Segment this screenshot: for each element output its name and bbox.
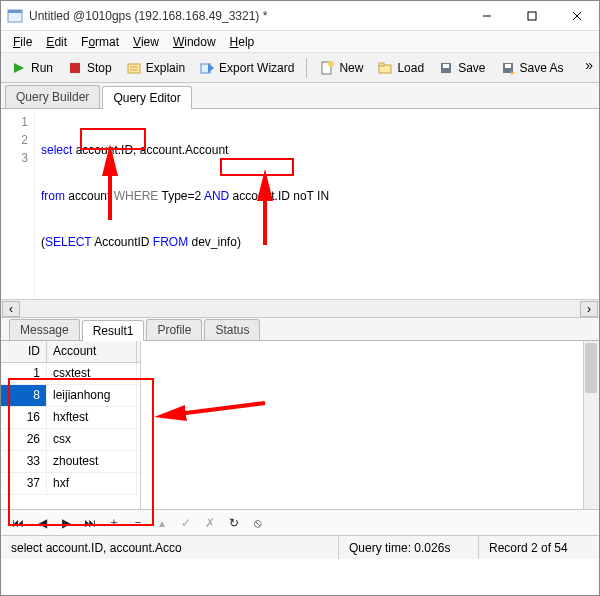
- saveas-button[interactable]: Save As: [494, 56, 570, 80]
- svg-marker-6: [14, 63, 24, 73]
- svg-rect-1: [8, 10, 22, 13]
- table-row[interactable]: 33zhoutest: [1, 451, 140, 473]
- table-row[interactable]: 37hxf: [1, 473, 140, 495]
- explain-button[interactable]: Explain: [120, 56, 191, 80]
- status-sql: select account.ID, account.Acco: [1, 536, 339, 559]
- scroll-right-icon[interactable]: ›: [580, 301, 598, 317]
- result-grid[interactable]: ID Account 1csxtest ▶8leijianhong 16hxft…: [1, 341, 141, 509]
- export-icon: [199, 60, 215, 76]
- nav-add-icon[interactable]: ＋: [105, 514, 123, 532]
- folder-icon: [377, 60, 393, 76]
- result-panel: ID Account 1csxtest ▶8leijianhong 16hxft…: [1, 341, 599, 509]
- scroll-left-icon[interactable]: ‹: [2, 301, 20, 317]
- menu-edit[interactable]: Edit: [40, 33, 73, 51]
- tab-query-editor[interactable]: Query Editor: [102, 86, 191, 109]
- status-query-time: Query time: 0.026s: [339, 536, 479, 559]
- load-button[interactable]: Load: [371, 56, 430, 80]
- export-wizard-button[interactable]: Export Wizard: [193, 56, 300, 80]
- toolbar: Run Stop Explain Export Wizard New Load …: [1, 53, 599, 83]
- toolbar-overflow-icon[interactable]: »: [585, 57, 593, 73]
- svg-point-14: [328, 61, 334, 67]
- minimize-button[interactable]: [464, 1, 509, 31]
- menu-format[interactable]: Format: [75, 33, 125, 51]
- editor-code[interactable]: select account.ID, account.Account from …: [35, 109, 599, 299]
- result-vscroll[interactable]: [583, 341, 599, 509]
- tab-status[interactable]: Status: [204, 319, 260, 340]
- tab-query-builder[interactable]: Query Builder: [5, 85, 100, 108]
- nav-stop-icon[interactable]: ⦸: [249, 514, 267, 532]
- play-icon: [11, 60, 27, 76]
- table-row[interactable]: 16hxftest: [1, 407, 140, 429]
- app-icon: [7, 8, 23, 24]
- query-tabs: Query Builder Query Editor: [1, 83, 599, 109]
- load-label: Load: [397, 61, 424, 75]
- export-label: Export Wizard: [219, 61, 294, 75]
- nav-post-icon[interactable]: ✓: [177, 514, 195, 532]
- nav-refresh-icon[interactable]: ↻: [225, 514, 243, 532]
- menubar: File Edit Format View Window Help: [1, 31, 599, 53]
- save-button[interactable]: Save: [432, 56, 491, 80]
- saveas-label: Save As: [520, 61, 564, 75]
- nav-cancel-icon[interactable]: ✗: [201, 514, 219, 532]
- svg-rect-3: [528, 12, 536, 20]
- run-label: Run: [31, 61, 53, 75]
- explain-icon: [126, 60, 142, 76]
- table-row[interactable]: 1csxtest: [1, 363, 140, 385]
- table-row[interactable]: ▶8leijianhong: [1, 385, 140, 407]
- svg-rect-7: [70, 63, 80, 73]
- nav-last-icon[interactable]: ⏭: [81, 514, 99, 532]
- titlebar: Untitled @1010gps (192.168.168.49_3321) …: [1, 1, 599, 31]
- svg-rect-8: [128, 64, 140, 73]
- stop-label: Stop: [87, 61, 112, 75]
- tab-profile[interactable]: Profile: [146, 319, 202, 340]
- new-icon: [319, 60, 335, 76]
- editor-hscroll[interactable]: ‹ ›: [1, 299, 599, 317]
- menu-help[interactable]: Help: [224, 33, 261, 51]
- new-button[interactable]: New: [313, 56, 369, 80]
- col-account[interactable]: Account: [47, 341, 137, 362]
- table-row[interactable]: 26csx: [1, 429, 140, 451]
- menu-file[interactable]: File: [7, 33, 38, 51]
- menu-view[interactable]: View: [127, 33, 165, 51]
- stop-icon: [67, 60, 83, 76]
- window-title: Untitled @1010gps (192.168.168.49_3321) …: [29, 9, 464, 23]
- col-id[interactable]: ID: [1, 341, 47, 362]
- result-empty-area: [141, 341, 599, 509]
- nav-prev-icon[interactable]: ◀: [33, 514, 51, 532]
- status-record: Record 2 of 54: [479, 536, 599, 559]
- statusbar: select account.ID, account.Acco Query ti…: [1, 535, 599, 559]
- stop-button[interactable]: Stop: [61, 56, 118, 80]
- run-button[interactable]: Run: [5, 56, 59, 80]
- toolbar-sep-1: [306, 58, 307, 78]
- saveas-icon: [500, 60, 516, 76]
- maximize-button[interactable]: [509, 1, 554, 31]
- tab-message[interactable]: Message: [9, 319, 80, 340]
- nav-delete-icon[interactable]: －: [129, 514, 147, 532]
- nav-next-icon[interactable]: ▶: [57, 514, 75, 532]
- new-label: New: [339, 61, 363, 75]
- close-button[interactable]: [554, 1, 599, 31]
- svg-rect-18: [443, 64, 449, 68]
- result-tabs: Message Result1 Profile Status: [1, 317, 599, 341]
- menu-window[interactable]: Window: [167, 33, 222, 51]
- svg-marker-12: [208, 63, 214, 73]
- tab-result1[interactable]: Result1: [82, 320, 145, 341]
- nav-edit-icon[interactable]: ▴: [153, 514, 171, 532]
- explain-label: Explain: [146, 61, 185, 75]
- record-navigator: ⏮ ◀ ▶ ⏭ ＋ － ▴ ✓ ✗ ↻ ⦸: [1, 509, 599, 535]
- sql-editor[interactable]: 1 2 3 select account.ID, account.Account…: [1, 109, 599, 299]
- editor-gutter: 1 2 3: [1, 109, 35, 299]
- svg-rect-20: [505, 64, 511, 68]
- svg-rect-16: [379, 63, 384, 66]
- nav-first-icon[interactable]: ⏮: [9, 514, 27, 532]
- grid-header: ID Account: [1, 341, 140, 363]
- save-label: Save: [458, 61, 485, 75]
- save-icon: [438, 60, 454, 76]
